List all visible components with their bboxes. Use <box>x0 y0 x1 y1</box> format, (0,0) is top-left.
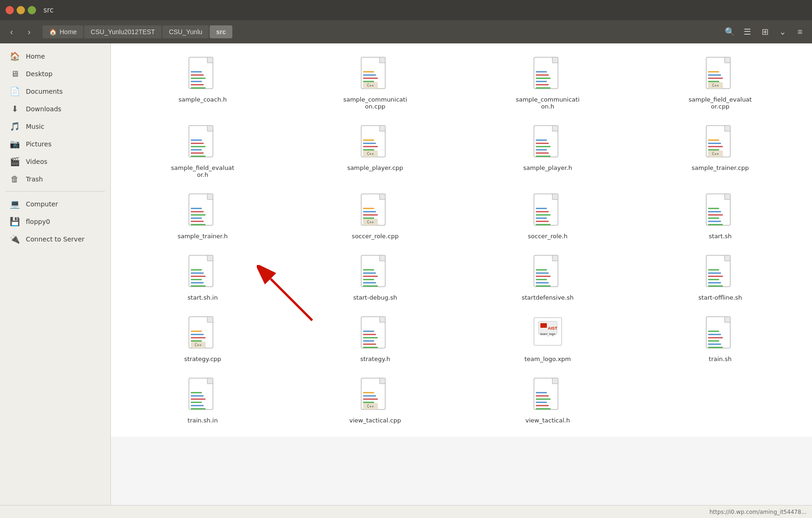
sort-button[interactable]: ⌄ <box>774 24 791 40</box>
forward-button[interactable]: › <box>21 24 37 40</box>
file-label: sample_trainer.cpp <box>691 164 749 171</box>
file-label: soccer_role.h <box>528 233 568 240</box>
svg-rect-213 <box>536 398 551 400</box>
svg-rect-130 <box>363 269 374 271</box>
svg-text:AIST: AIST <box>548 326 557 331</box>
file-item[interactable]: AIST team_logo team_logo.xpm <box>463 310 632 368</box>
svg-rect-63 <box>536 139 547 141</box>
breadcrumb-src[interactable]: src <box>210 25 232 38</box>
svg-rect-120 <box>207 255 213 261</box>
file-item[interactable]: sample_communication.h <box>463 51 632 115</box>
file-item[interactable]: view_tactical.h <box>463 372 632 429</box>
file-item[interactable]: train.sh.in <box>118 372 287 429</box>
file-label: sample_coach.h <box>178 96 227 103</box>
svg-rect-135 <box>363 285 378 287</box>
svg-rect-4 <box>191 74 204 76</box>
sidebar-item-pictures[interactable]: 📷 Pictures <box>2 135 109 152</box>
svg-rect-199 <box>380 378 385 384</box>
sidebar-item-connect-to-server[interactable]: 🔌 Connect to Server <box>2 230 109 247</box>
file-label: train.sh.in <box>188 417 218 424</box>
file-item[interactable]: start.sh <box>636 187 805 245</box>
file-item[interactable]: start.sh.in <box>118 249 287 307</box>
svg-rect-129 <box>380 255 385 261</box>
file-item[interactable]: sample_coach.h <box>118 51 287 115</box>
svg-rect-133 <box>363 279 374 280</box>
file-label: strategy.h <box>360 355 390 362</box>
file-icon-cpp: C++ <box>359 193 391 230</box>
file-icon-h <box>359 316 391 353</box>
file-icon-h <box>532 56 564 93</box>
svg-rect-111 <box>725 194 730 199</box>
grid-view-button[interactable]: ⊞ <box>757 24 773 40</box>
sidebar-item-music[interactable]: 🎵 Music <box>2 118 109 135</box>
sidebar-item-floppy0[interactable]: 💾 floppy0 <box>2 213 109 230</box>
sidebar-label: Videos <box>26 158 48 165</box>
close-button[interactable] <box>6 6 14 14</box>
search-button[interactable]: 🔍 <box>721 24 738 40</box>
svg-rect-66 <box>536 149 547 151</box>
svg-rect-182 <box>708 331 719 332</box>
svg-rect-138 <box>552 255 558 261</box>
back-button[interactable]: ‹ <box>4 24 19 40</box>
file-label: view_tactical.h <box>526 417 570 424</box>
svg-rect-126 <box>191 285 206 287</box>
file-item[interactable]: start-debug.sh <box>291 249 460 307</box>
file-item[interactable]: startdefensive.sh <box>463 249 632 307</box>
minimize-button[interactable] <box>17 6 25 14</box>
file-item[interactable]: C++ sample_communication.cpp <box>291 51 460 115</box>
file-label: sample_field_evaluator.cpp <box>688 96 752 110</box>
svg-rect-159 <box>191 337 206 338</box>
sidebar-item-desktop[interactable]: 🖥 Desktop <box>2 65 109 82</box>
file-label: start-debug.sh <box>353 294 397 301</box>
svg-rect-183 <box>708 334 721 335</box>
svg-rect-149 <box>708 272 721 274</box>
file-item[interactable]: C++ strategy.cpp <box>118 310 287 368</box>
file-item[interactable]: train.sh <box>636 310 805 368</box>
svg-rect-24 <box>536 74 549 76</box>
file-item[interactable]: C++ sample_player.cpp <box>291 119 460 184</box>
file-item[interactable]: start-offline.sh <box>636 249 805 307</box>
svg-rect-143 <box>536 282 549 283</box>
sidebar-label: Home <box>26 53 45 60</box>
breadcrumb-csu-yunlu2012test[interactable]: CSU_Yunlu2012TEST <box>84 25 161 38</box>
status-url: https://i0.wp.com/aming_it54478... <box>709 509 806 515</box>
home-icon: 🏠 <box>9 51 20 61</box>
file-item[interactable]: sample_field_evaluator.h <box>118 119 287 184</box>
file-item[interactable]: sample_player.h <box>463 119 632 184</box>
breadcrumb-home[interactable]: 🏠 Home <box>42 25 83 38</box>
svg-rect-88 <box>191 224 206 225</box>
file-item[interactable]: C++ sample_field_evaluator.cpp <box>636 51 805 115</box>
sidebar-item-home[interactable]: 🏠 Home <box>2 48 109 65</box>
file-item[interactable]: C++ view_tactical.cpp <box>291 372 460 429</box>
menu-button[interactable]: ≡ <box>792 24 808 40</box>
file-item[interactable]: strategy.h <box>291 310 460 368</box>
file-item[interactable]: soccer_role.h <box>463 187 632 245</box>
svg-rect-68 <box>536 156 551 157</box>
breadcrumb-csu-yunlu[interactable]: CSU_Yunlu <box>163 25 209 38</box>
svg-rect-67 <box>536 152 549 154</box>
sidebar-item-videos[interactable]: 🎬 Videos <box>2 153 109 170</box>
svg-rect-5 <box>191 78 206 79</box>
sidebar-item-computer[interactable]: 💻 Computer <box>2 195 109 212</box>
svg-rect-112 <box>708 208 719 209</box>
svg-rect-42 <box>207 126 213 131</box>
svg-rect-108 <box>536 224 551 225</box>
file-label: strategy.cpp <box>184 355 221 362</box>
svg-rect-168 <box>363 331 374 332</box>
list-view-button[interactable]: ☰ <box>739 24 756 40</box>
svg-rect-28 <box>536 87 551 89</box>
sidebar-item-downloads[interactable]: ⬇ Downloads <box>2 100 109 117</box>
sidebar-item-documents[interactable]: 📄 Documents <box>2 83 109 100</box>
file-item[interactable]: C++ sample_trainer.cpp <box>636 119 805 184</box>
file-label: sample_player.cpp <box>347 164 403 171</box>
file-icon-cpp: C++ <box>187 316 218 353</box>
file-item[interactable]: sample_trainer.h <box>118 187 287 245</box>
svg-text:team_logo: team_logo <box>540 332 555 336</box>
file-icon-sh <box>704 254 736 291</box>
svg-rect-34 <box>708 78 723 79</box>
maximize-button[interactable] <box>28 6 36 14</box>
sidebar-item-trash[interactable]: 🗑 Trash <box>2 170 109 187</box>
file-item[interactable]: C++ soccer_role.cpp <box>291 187 460 245</box>
file-icon-xpm: AIST team_logo <box>532 316 564 353</box>
file-icon-cpp: C++ <box>359 377 391 414</box>
